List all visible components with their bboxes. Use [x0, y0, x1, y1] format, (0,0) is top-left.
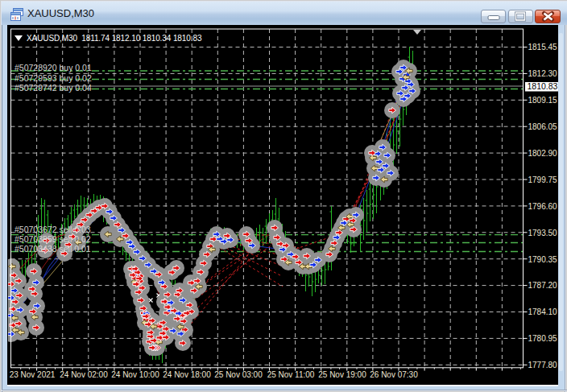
- svg-text:1790.35: 1790.35: [528, 255, 558, 264]
- svg-text:25 Nov 19:00: 25 Nov 19:00: [318, 370, 366, 379]
- svg-text:25 Nov 11:00: 25 Nov 11:00: [267, 370, 315, 379]
- svg-text:#50729742 buy 0.04: #50729742 buy 0.04: [14, 83, 92, 93]
- svg-text:1784.10: 1784.10: [528, 307, 558, 316]
- svg-text:#50729593 buy 0.02: #50729593 buy 0.02: [14, 73, 92, 83]
- svg-text:#50703559 sell 0.02: #50703559 sell 0.02: [14, 234, 91, 244]
- svg-text:24 Nov 10:00: 24 Nov 10:00: [111, 370, 159, 379]
- svg-text:1809.15: 1809.15: [528, 96, 558, 105]
- svg-text:25 Nov 03:00: 25 Nov 03:00: [214, 370, 263, 379]
- svg-text:1812.30: 1812.30: [528, 69, 558, 78]
- svg-text:1810.83: 1810.83: [528, 81, 558, 91]
- svg-text:1787.20: 1787.20: [528, 281, 558, 290]
- svg-text:#50728920 buy 0.01: #50728920 buy 0.01: [14, 63, 92, 72]
- svg-text:23 Nov 2021: 23 Nov 2021: [10, 370, 56, 379]
- svg-text:24 Nov 18:00: 24 Nov 18:00: [163, 370, 211, 379]
- svg-text:24 Nov 02:00: 24 Nov 02:00: [60, 370, 108, 379]
- svg-text:#50703672 sell 0.03: #50703672 sell 0.03: [14, 225, 91, 234]
- svg-text:1815.45: 1815.45: [528, 43, 558, 52]
- svg-text:1793.50: 1793.50: [528, 229, 558, 237]
- svg-text:1799.75: 1799.75: [528, 175, 558, 184]
- svg-text:#50703438 sell 0.01: #50703438 sell 0.01: [14, 244, 91, 254]
- svg-text:XAUUSD,M30 1811.74 1812.10 18: XAUUSD,M30 1811.74 1812.10 1810.34 1810.…: [27, 34, 202, 43]
- svg-text:1802.90: 1802.90: [528, 149, 558, 158]
- svg-text:1806.05: 1806.05: [528, 122, 558, 131]
- svg-text:1777.80: 1777.80: [528, 361, 558, 369]
- svg-text:1780.95: 1780.95: [528, 334, 558, 343]
- svg-text:1796.60: 1796.60: [528, 202, 558, 211]
- svg-text:26 Nov 07:30: 26 Nov 07:30: [370, 370, 418, 379]
